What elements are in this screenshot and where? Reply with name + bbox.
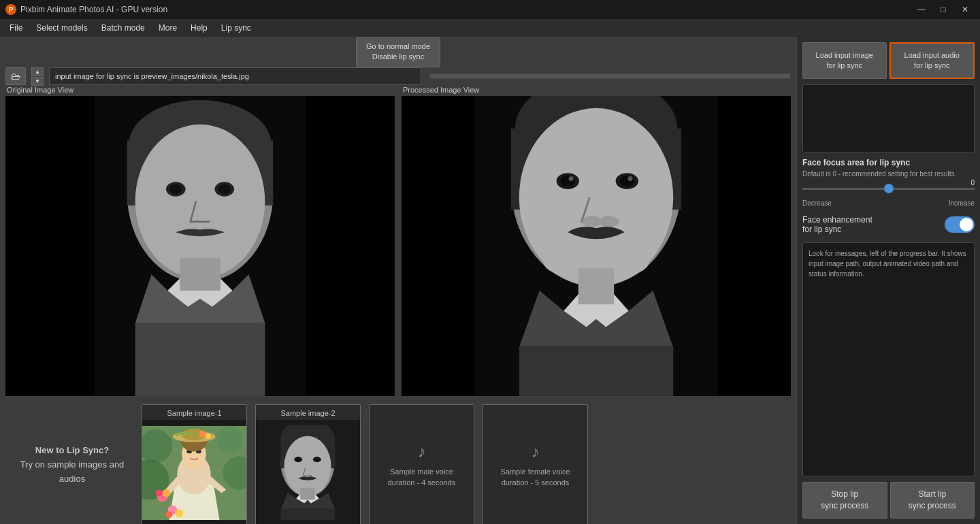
sample-audio-1-content: ♪ Sample male voiceduration - 4 seconds (370, 405, 474, 524)
svg-point-60 (294, 457, 302, 462)
svg-rect-16 (402, 96, 474, 396)
processed-image-container: Processed Image View (402, 86, 791, 396)
scroll-up-button[interactable]: ▲ (31, 67, 44, 76)
toggle-knob (960, 218, 973, 231)
minimize-button[interactable]: — (912, 3, 931, 16)
folder-icon: 🗁 (11, 71, 20, 82)
sample-audio-2-card[interactable]: ♪ Sample female voiceduration - 5 second… (483, 404, 588, 524)
svg-rect-1 (5, 96, 95, 396)
svg-rect-17 (718, 96, 791, 396)
menu-bar: File Select models Batch mode More Help … (0, 19, 980, 37)
sample-image-1-label: Sample image-1 (164, 405, 224, 420)
original-image-svg (5, 96, 395, 396)
slider-labels: Decrease Increase (802, 199, 975, 207)
main-container: Go to normal mode Disable lip sync 🗁 ▲ ▼… (0, 37, 980, 524)
slider-max-label: Increase (949, 199, 975, 207)
scroll-controls[interactable]: ▲ ▼ (31, 67, 44, 86)
original-image-view (5, 96, 395, 396)
menu-help[interactable]: Help (184, 20, 214, 35)
folder-button[interactable]: 🗁 (5, 67, 26, 85)
go-normal-line1: Go to normal mode (366, 42, 430, 50)
window-controls[interactable]: — □ ✕ (912, 3, 975, 16)
tesla-sample-svg (256, 425, 360, 521)
face-enhancement-section: Face enhancement for lip sync (802, 212, 975, 237)
processed-image-label: Processed Image View (402, 86, 791, 94)
top-buttons: Load input image for lip sync Load input… (802, 42, 975, 79)
go-normal-mode-button[interactable]: Go to normal mode Disable lip sync (356, 37, 440, 67)
sample-prompt-text: New to Lip Sync? Try on sample images an… (11, 444, 133, 486)
svg-point-30 (600, 216, 619, 227)
audio-progress-bar (429, 73, 791, 79)
start-lip-sync-button[interactable]: Start lip sync process (890, 482, 975, 519)
svg-point-29 (583, 216, 602, 227)
face-enhancement-label: Face enhancement for lip sync (802, 215, 872, 234)
slider-min-label: Decrease (802, 199, 832, 207)
bottom-buttons: Stop lip sync process Start lip sync pro… (802, 482, 975, 519)
face-focus-subtitle: Default is 0 - recommended setting for b… (802, 170, 975, 178)
svg-point-11 (218, 184, 231, 194)
sample-image-1-card[interactable]: Sample image-1 (142, 404, 247, 524)
start-btn-label: Start lip sync process (909, 489, 956, 512)
svg-point-61 (313, 457, 321, 462)
sample-subtitle: Try on sample images and audios (20, 459, 125, 484)
svg-point-10 (169, 184, 182, 194)
processed-image-view (402, 96, 791, 396)
menu-batch-mode[interactable]: Batch mode (95, 20, 152, 35)
svg-point-44 (175, 509, 183, 517)
sample-audio-1-card[interactable]: ♪ Sample male voiceduration - 4 seconds (369, 404, 474, 524)
lady-svg (142, 425, 246, 521)
load-input-image-button[interactable]: Load input image for lip sync (802, 42, 887, 79)
app-icon: P (5, 4, 16, 15)
scroll-down-button[interactable]: ▼ (31, 77, 44, 86)
svg-point-41 (163, 489, 171, 497)
original-image-label: Original Image View (5, 86, 395, 94)
svg-point-28 (627, 176, 632, 181)
svg-rect-63 (300, 487, 315, 500)
svg-rect-62 (281, 508, 336, 520)
sample-audio-1-text: Sample male voiceduration - 4 seconds (388, 467, 456, 488)
menu-lip-sync[interactable]: Lip sync (214, 20, 258, 35)
audio-preview-area (802, 84, 975, 152)
face-enhancement-text: Face enhancement for lip sync (802, 215, 872, 234)
face-focus-slider[interactable] (802, 188, 975, 190)
processed-image-svg (402, 96, 791, 396)
stop-lip-sync-button[interactable]: Stop lip sync process (802, 482, 887, 519)
load-input-audio-button[interactable]: Load input audio for lip sync (889, 42, 975, 79)
menu-select-models[interactable]: Select models (29, 20, 94, 35)
load-input-audio-label: Load input audio for lip sync (904, 50, 960, 71)
input-bar: 🗁 ▲ ▼ input image for lip sync is previe… (0, 67, 796, 86)
menu-file[interactable]: File (3, 20, 29, 35)
title-text: Pixbim Animate Photos AI - GPU version (20, 5, 167, 14)
svg-point-52 (199, 431, 206, 438)
title-bar-left: P Pixbim Animate Photos AI - GPU version (5, 4, 167, 15)
svg-rect-2 (306, 96, 395, 396)
center-panel: Go to normal mode Disable lip sync 🗁 ▲ ▼… (0, 37, 796, 524)
svg-point-42 (156, 489, 163, 496)
top-bar: Go to normal mode Disable lip sync (0, 37, 796, 67)
svg-rect-32 (519, 346, 673, 396)
go-normal-line2: Disable lip sync (372, 52, 424, 61)
sample-audio-2-text: Sample female voiceduration - 5 seconds (500, 467, 570, 488)
svg-point-27 (568, 176, 573, 181)
svg-point-45 (166, 511, 173, 518)
maximize-button[interactable]: □ (934, 3, 953, 16)
sample-image-2-image (256, 420, 360, 524)
face-enhancement-toggle[interactable] (945, 216, 975, 233)
status-area: Look for messages, left of the progress … (802, 242, 975, 476)
stop-btn-label: Stop lip sync process (821, 489, 868, 512)
svg-point-59 (284, 436, 331, 496)
face-focus-title: Face focus area for lip sync (802, 158, 975, 167)
image-views: Original Image View (0, 86, 796, 399)
svg-rect-13 (135, 323, 265, 395)
input-path-display: input image for lip sync is preview_imag… (49, 67, 421, 85)
sample-image-2-label: Sample image-2 (278, 405, 338, 420)
close-button[interactable]: ✕ (956, 3, 975, 16)
face-focus-section: Face focus area for lip sync Default is … (802, 158, 975, 207)
slider-container: 0 (802, 180, 975, 197)
title-bar: P Pixbim Animate Photos AI - GPU version… (0, 0, 980, 19)
svg-rect-14 (180, 258, 220, 291)
menu-more[interactable]: More (152, 20, 184, 35)
svg-rect-33 (578, 267, 614, 304)
status-text: Look for messages, left of the progress … (808, 250, 966, 278)
sample-image-2-card[interactable]: Sample image-2 (255, 404, 361, 524)
